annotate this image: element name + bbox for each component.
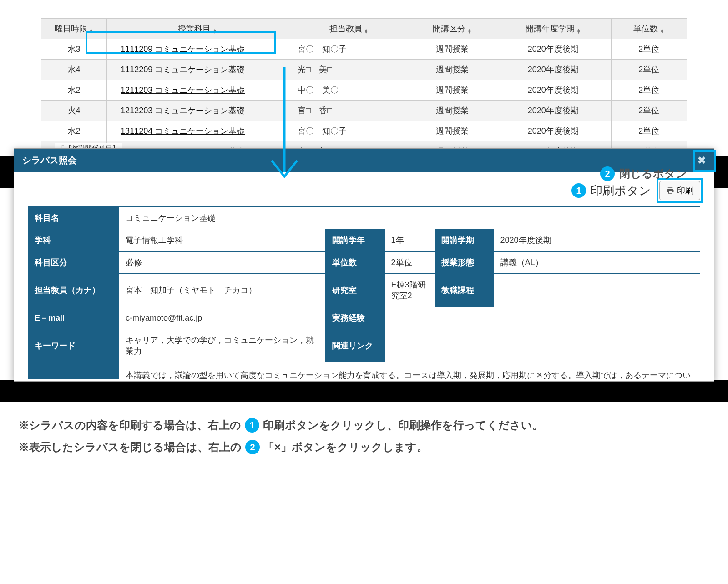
header-subject[interactable]: 授業科目▲▼ <box>107 19 288 39</box>
header-teacher[interactable]: 担当教員▲▼ <box>288 19 410 39</box>
field-value: コミュニケーション基礎 <box>119 207 700 229</box>
syllabus-modal: シラバス照会 ✖ 1 印刷ボタン 印刷 <box>14 148 714 382</box>
field-description: 本講義では，議論の型を用いて高度なコミュニケーション能力を育成する。コースは導入… <box>119 362 700 380</box>
divider-band-2 <box>0 380 728 402</box>
print-button-label: 1 印刷ボタン <box>571 183 651 199</box>
field-value: 必修 <box>119 252 326 274</box>
field-label: 開講学期 <box>435 229 494 252</box>
cell-credits: 2単位 <box>611 60 687 80</box>
header-term[interactable]: 開講年度学期▲▼ <box>495 19 611 39</box>
badge-1-inline: 1 <box>245 418 259 433</box>
table-row: 水21211203 コミュニケーション基礎中〇 美〇週間授業2020年度後期2単… <box>41 80 687 101</box>
cell-period: 水2 <box>41 80 107 101</box>
cell-period: 水4 <box>41 60 107 80</box>
close-icon[interactable]: ✖ <box>698 155 706 166</box>
note-line-1: ※シラバスの内容を印刷する場合は、右上の 1 印刷ボタンをクリックし、印刷操作を… <box>18 414 710 436</box>
cell-type: 週間授業 <box>410 101 495 121</box>
field-label: 科目名 <box>28 207 119 229</box>
field-value: 1年 <box>384 229 435 252</box>
field-label: 授業形態 <box>435 252 494 274</box>
field-value <box>384 329 700 362</box>
table-header-row: 曜日時限▲▼ 授業科目▲▼ 担当教員▲▼ 開講区分▲▼ 開講年度学期▲▼ 単位数… <box>41 19 687 39</box>
field-label: 実務経験 <box>325 307 384 329</box>
syllabus-detail-table: 科目名 コミュニケーション基礎 学科 電子情報工学科 開講学年 1年 開講学期 … <box>28 206 700 379</box>
cell-credits: 2単位 <box>611 39 687 60</box>
field-label: 学科 <box>28 229 119 252</box>
sort-icon: ▲▼ <box>576 29 581 33</box>
table-row: 水41112209 コミュニケーション基礎光□ 美□週間授業2020年度後期2単… <box>41 60 687 80</box>
subject-link[interactable]: 1211203 コミュニケーション基礎 <box>121 86 245 95</box>
cell-teacher: 中〇 美〇 <box>288 80 410 101</box>
field-label: 関連リンク <box>325 329 384 362</box>
sort-icon: ▲▼ <box>467 29 472 33</box>
field-label: E－mail <box>28 307 119 329</box>
cell-credits: 2単位 <box>611 80 687 101</box>
sort-icon: ▲▼ <box>89 29 94 33</box>
note-line-2: ※表示したシラバスを閉じる場合は、右上の 2 「×」ボタンをクリックします。 <box>18 436 710 458</box>
field-label: キーワード <box>28 329 119 362</box>
cell-term: 2020年度後期 <box>495 39 611 60</box>
cell-credits: 2単位 <box>611 101 687 121</box>
badge-1: 1 <box>571 183 586 198</box>
cell-period: 水2 <box>41 121 107 141</box>
field-label: 開講学年 <box>325 229 384 252</box>
cell-term: 2020年度後期 <box>495 121 611 141</box>
cell-subject: 1311204 コミュニケーション基礎 <box>107 121 288 141</box>
cell-teacher: 光□ 美□ <box>288 60 410 80</box>
header-type[interactable]: 開講区分▲▼ <box>410 19 495 39</box>
field-label: 教職課程 <box>435 274 494 307</box>
field-label: 研究室 <box>325 274 384 307</box>
field-value: 宮本 知加子（ミヤモト チカコ） <box>119 274 326 307</box>
cell-type: 週間授業 <box>410 80 495 101</box>
cell-subject: 1112209 コミュニケーション基礎 <box>107 60 288 80</box>
field-label <box>28 362 119 380</box>
field-label: 科目区分 <box>28 252 119 274</box>
field-value: 2020年度後期 <box>494 229 700 252</box>
printer-icon <box>666 186 674 195</box>
sort-icon: ▲▼ <box>660 29 664 33</box>
field-value: 講義（AL） <box>494 252 700 274</box>
table-row: 火41212203 コミュニケーション基礎宮□ 香□週間授業2020年度後期2単… <box>41 101 687 121</box>
field-value: 2単位 <box>384 252 435 274</box>
subject-link[interactable]: 1112209 コミュニケーション基礎 <box>121 65 245 74</box>
field-value <box>494 274 700 307</box>
table-row: 水21311204 コミュニケーション基礎宮〇 知〇子週間授業2020年度後期2… <box>41 121 687 141</box>
field-value: キャリア，大学での学び，コミュニケーション，就業力 <box>119 329 326 362</box>
cell-subject: 1212203 コミュニケーション基礎 <box>107 101 288 121</box>
cell-term: 2020年度後期 <box>495 60 611 80</box>
badge-2: 2 <box>600 166 615 181</box>
modal-title: シラバス照会 <box>22 154 77 166</box>
sort-icon: ▲▼ <box>364 29 369 33</box>
subject-link[interactable]: 1212203 コミュニケーション基礎 <box>121 106 245 115</box>
badge-2-inline: 2 <box>245 440 260 454</box>
cell-teacher: 宮□ 香□ <box>288 101 410 121</box>
header-period[interactable]: 曜日時限▲▼ <box>41 19 107 39</box>
cell-teacher: 宮〇 知〇子 <box>288 39 410 60</box>
field-value: c-miyamoto@fit.ac.jp <box>119 307 326 329</box>
cell-subject: 1111209 コミュニケーション基礎 <box>107 39 288 60</box>
subject-link[interactable]: 1111209 コミュニケーション基礎 <box>121 45 245 54</box>
table-row: 水31111209 コミュニケーション基礎宮〇 知〇子週間授業2020年度後期2… <box>41 39 687 60</box>
close-button-label: 2 閉じるボタン <box>600 166 687 181</box>
cell-teacher: 宮〇 知〇子 <box>288 121 410 141</box>
cell-term: 2020年度後期 <box>495 101 611 121</box>
field-label: 担当教員（カナ） <box>28 274 119 307</box>
cell-credits: 2単位 <box>611 121 687 141</box>
field-value: E棟3階研究室2 <box>384 274 435 307</box>
cell-term: 2020年度後期 <box>495 80 611 101</box>
cell-period: 火4 <box>41 101 107 121</box>
cell-type: 週間授業 <box>410 39 495 60</box>
arrow-down-icon <box>266 67 303 186</box>
print-button[interactable]: 印刷 <box>659 181 700 200</box>
cell-period: 水3 <box>41 39 107 60</box>
header-credits[interactable]: 単位数▲▼ <box>611 19 687 39</box>
cell-type: 週間授業 <box>410 121 495 141</box>
cell-subject: 1211203 コミュニケーション基礎 <box>107 80 288 101</box>
sort-icon: ▲▼ <box>212 29 217 33</box>
field-value <box>384 307 700 329</box>
field-value: 電子情報工学科 <box>119 229 326 252</box>
cell-type: 週間授業 <box>410 60 495 80</box>
instruction-notes: ※シラバスの内容を印刷する場合は、右上の 1 印刷ボタンをクリックし、印刷操作を… <box>0 402 728 476</box>
field-label: 単位数 <box>325 252 384 274</box>
subject-link[interactable]: 1311204 コミュニケーション基礎 <box>121 126 245 136</box>
